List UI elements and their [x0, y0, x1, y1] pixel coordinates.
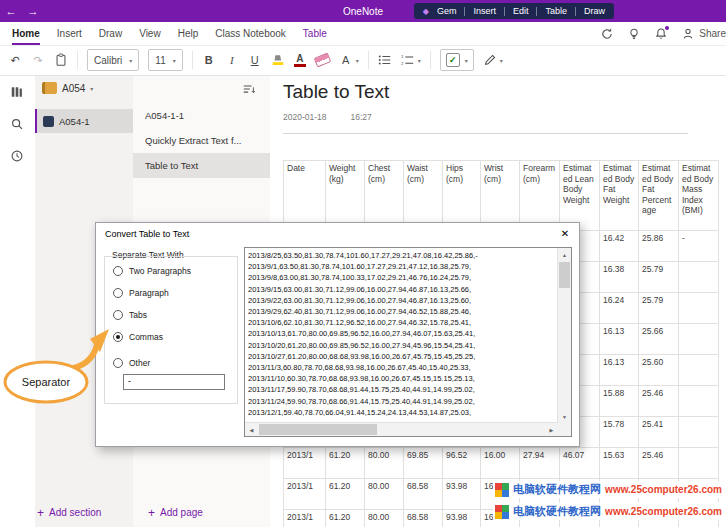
svg-text:2: 2	[401, 61, 404, 66]
add-page-label: Add page	[160, 507, 203, 518]
add-page-button[interactable]: + Add page	[148, 507, 203, 518]
share-button[interactable]: Share	[681, 27, 726, 41]
italic-button[interactable]: I	[225, 54, 239, 66]
table-row: 2013/161.2080.0069.8596.5216.0027.9446.0…	[284, 448, 719, 479]
font-size-select[interactable]: 11 ▾	[148, 49, 182, 71]
scrollbar-thumb[interactable]	[259, 424, 377, 435]
watermark-url: www.25computer26.com	[605, 506, 722, 517]
csv-text[interactable]: 2013/8/25,63.50,81.30,78.74,101.60,17.27…	[248, 250, 555, 420]
sync-icon[interactable]	[600, 27, 614, 41]
font-name-value: Calibri	[94, 55, 122, 66]
separator-input[interactable]: -	[123, 374, 225, 390]
table-cell	[679, 448, 719, 479]
table-cell: 46.07	[560, 448, 600, 479]
radio-paragraph[interactable]: Paragraph	[113, 288, 169, 298]
page-title[interactable]: Table to Text	[283, 81, 389, 103]
page-meta: 2020-01-18 16:27	[283, 112, 372, 122]
tab-view[interactable]: View	[139, 22, 161, 45]
bold-button[interactable]: B	[202, 54, 216, 66]
column-header: Estimated Body Mass Index (BMI)	[679, 161, 719, 231]
gem-menu-brand[interactable]: Gem	[437, 6, 457, 16]
horizontal-scrollbar[interactable]: ◀ ▶	[245, 422, 558, 436]
watermark-logo-icon	[495, 505, 509, 519]
left-rail	[0, 75, 36, 527]
scroll-down-icon[interactable]: ▼	[558, 410, 571, 423]
font-name-select[interactable]: Calibri ▾	[87, 49, 139, 71]
table-cell	[679, 293, 719, 324]
font-color-button[interactable]: A	[294, 54, 306, 67]
sort-pages-icon[interactable]	[242, 84, 256, 95]
search-icon[interactable]	[10, 117, 24, 131]
notifications-bell-icon[interactable]	[654, 27, 668, 41]
radio-label: Tabs	[129, 310, 147, 320]
table-cell: 15.63	[600, 448, 639, 479]
gem-menu-insert[interactable]: Insert	[473, 6, 496, 16]
font-size-value: 11	[155, 55, 165, 66]
table-cell	[679, 417, 719, 448]
styles-button[interactable]: A ▾	[339, 54, 359, 66]
recent-notes-icon[interactable]	[10, 149, 24, 163]
divider	[77, 51, 78, 69]
redo-button[interactable]: ↷	[31, 54, 45, 67]
close-icon[interactable]: ✕	[557, 226, 573, 242]
table-cell: -	[679, 231, 719, 262]
radio-label: Other	[129, 358, 150, 368]
radio-two-paragraphs[interactable]: Two Paragraphs	[113, 266, 191, 276]
ink-pen-button[interactable]: ▾	[483, 53, 503, 67]
table-cell: 25.60	[639, 355, 679, 386]
notebooks-icon[interactable]	[10, 85, 24, 99]
tab-home[interactable]: Home	[12, 22, 40, 45]
tab-draw[interactable]: Draw	[99, 22, 122, 45]
vertical-scrollbar[interactable]: ▲ ▼	[557, 248, 571, 423]
gem-menu-table[interactable]: Table	[545, 6, 567, 16]
scroll-right-icon[interactable]: ▶	[545, 423, 558, 436]
chevron-down-icon: ▾	[500, 57, 503, 64]
gem-menu-draw[interactable]: Draw	[584, 6, 605, 16]
undo-button[interactable]: ↶	[8, 54, 22, 67]
styles-label: A	[339, 54, 353, 66]
watermark-site-name: 电脑软硬件教程网	[513, 504, 601, 519]
pen-icon	[483, 53, 497, 67]
underline-button[interactable]: U	[248, 54, 262, 66]
column-header: Forearm (cm)	[520, 161, 560, 231]
divider	[430, 51, 431, 69]
eraser-icon[interactable]	[315, 55, 330, 65]
gem-menu-edit[interactable]: Edit	[513, 6, 529, 16]
scrollbar-thumb[interactable]	[559, 262, 570, 288]
table-cell	[679, 262, 719, 293]
page-item[interactable]: Quickly Extract Text f...	[133, 128, 270, 153]
tab-insert[interactable]: Insert	[57, 22, 82, 45]
section-name: A054-1	[59, 116, 90, 127]
bullet-list-icon[interactable]	[378, 54, 392, 66]
page-item-selected[interactable]: Table to Text	[133, 153, 270, 178]
formatting-toolbar: ↶ ↷ Calibri ▾ 11 ▾ B I U A A ▾	[0, 45, 726, 76]
highlighter-icon[interactable]	[271, 53, 285, 67]
watermark-site-name: 电脑软硬件教程网	[513, 482, 601, 497]
table-cell: 25.66	[639, 324, 679, 355]
dialog-title: Convert Table to Text	[105, 229, 189, 239]
tab-table[interactable]: Table	[303, 22, 327, 45]
font-color-swatch	[294, 64, 306, 67]
tab-class-notebook[interactable]: Class Notebook	[215, 22, 286, 45]
scroll-left-icon[interactable]: ◀	[245, 423, 258, 436]
plus-icon: +	[148, 508, 155, 518]
back-icon[interactable]: ←	[0, 0, 22, 22]
forward-icon[interactable]: →	[22, 0, 44, 22]
notification-badge	[665, 26, 669, 30]
page-date: 2020-01-18	[283, 112, 326, 122]
csv-preview-box: 2013/8/25,63.50,81.30,78.74,101.60,17.27…	[244, 247, 572, 437]
callout-label: Separator	[22, 376, 71, 388]
divider	[192, 51, 193, 69]
todo-tag-button[interactable]: ✓ ▾	[440, 49, 474, 71]
lightbulb-icon[interactable]	[627, 27, 641, 41]
add-section-button[interactable]: + Add section	[37, 507, 101, 518]
clipboard-icon[interactable]	[54, 53, 68, 67]
scroll-up-icon[interactable]: ▲	[558, 248, 571, 261]
page-item[interactable]: A054-1-1	[133, 103, 270, 128]
tab-help[interactable]: Help	[178, 22, 199, 45]
column-header: Wrist (cm)	[481, 161, 520, 231]
notebook-header[interactable]: A054 ▾	[35, 75, 133, 101]
section-item-a054-1[interactable]: A054-1	[35, 109, 133, 133]
numbered-list-button[interactable]: 12 ▾	[401, 54, 421, 66]
scrollbar-corner	[558, 423, 571, 436]
